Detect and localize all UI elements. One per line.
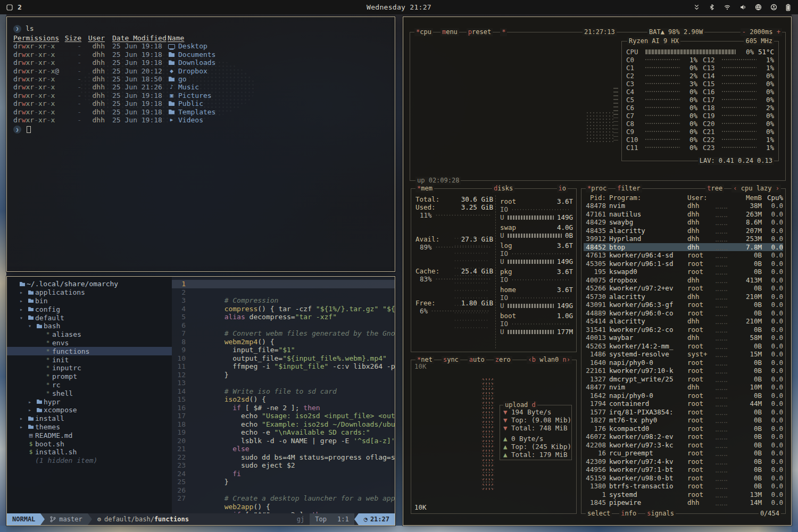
process-row[interactable]: 1640 napi/phy0-0 root 0B 0.0 xyxy=(584,359,783,367)
process-row[interactable]: 39912 Hyprland dhh 253M 0.0 xyxy=(584,235,783,243)
process-row[interactable]: 1845 pipewire dhh 14M 0.0 xyxy=(584,498,783,507)
code-line[interactable]: 1 # Compression xyxy=(172,280,395,288)
wifi-icon[interactable] xyxy=(724,4,731,11)
process-row[interactable]: 47161 nautilus dhh 263M 0.0 xyxy=(584,210,783,219)
process-row[interactable]: 42309 kworker/u97:4-kv root 0B 0.0 xyxy=(584,458,783,466)
tree-item[interactable]: prompt xyxy=(7,372,172,381)
process-row[interactable]: 176 kcompactd0 root 0B 0.0 xyxy=(584,425,783,433)
process-row[interactable]: 1794 containerd root 44M 0.0 xyxy=(584,400,783,408)
tree-item[interactable]: ▾ default xyxy=(7,313,172,322)
sort-selector[interactable]: ‹ cpu lazy › xyxy=(732,185,781,193)
code-line[interactable]: 15 echo "Usage: iso2sd <input_file> <out… xyxy=(172,395,395,404)
process-row[interactable]: 22161 kworker/u97:10-k root 0B 0.0 xyxy=(584,367,783,375)
auto-button[interactable]: auto xyxy=(468,356,486,364)
tree-item[interactable]: ▸ install xyxy=(7,414,172,423)
process-row[interactable]: 40075 dropbox dhh 413M 0.0 xyxy=(584,276,783,285)
tree-item[interactable]: ▸ hypr xyxy=(7,397,172,406)
interface-switcher[interactable]: ‹b wlan0 n› xyxy=(527,356,572,364)
tree-item[interactable]: envs xyxy=(7,339,172,347)
preset-button[interactable]: preset xyxy=(467,28,493,36)
process-row[interactable]: 195 kswapd0 root 0B 0.0 xyxy=(584,268,783,276)
tree-item[interactable]: ▸ config xyxy=(7,305,172,313)
code-line[interactable]: 12 # Write iso file to sd card xyxy=(172,371,395,379)
code-line[interactable]: 17 echo -e "\nAvailable SD cards:" xyxy=(172,412,395,420)
io-toggle[interactable]: io xyxy=(557,185,568,193)
code-line[interactable]: 21 sudo eject $2 xyxy=(172,445,395,453)
tree-item[interactable]: ~/.local/share/omarchy xyxy=(7,280,172,288)
code-line[interactable]: 16 echo "Example: iso2sd ~/Downloads/ubu… xyxy=(172,404,395,412)
process-row[interactable]: 48435 alacritty dhh 207M 0.0 xyxy=(584,227,783,235)
volume-icon[interactable] xyxy=(739,4,746,11)
network-icon[interactable] xyxy=(755,4,762,11)
code-line[interactable]: 2 compress() { tar -czf "${1%/}.tar.gz" … xyxy=(172,288,395,297)
bluetooth-icon[interactable] xyxy=(709,4,715,11)
tree-item[interactable]: ▸ themes xyxy=(7,423,172,431)
tree-item[interactable]: boot.sh xyxy=(7,439,172,448)
process-row[interactable]: 47613 kworker/u96:4-sd root 0B 0.0 xyxy=(584,251,783,260)
process-row[interactable]: 42208 kworker/u97:3-kc root 0B 0.0 xyxy=(584,441,783,450)
disks-panel-title[interactable]: disks xyxy=(492,185,514,193)
tree-item[interactable]: ▸ xcompose xyxy=(7,406,172,414)
process-row[interactable]: 46072 kworker/u98:2-ev root 0B 0.0 xyxy=(584,433,783,441)
process-row[interactable]: 16 rcu_preempt root 0B 0.0 xyxy=(584,449,783,458)
account-icon[interactable] xyxy=(770,4,777,11)
tree-item[interactable]: functions xyxy=(7,347,172,355)
code-line[interactable]: 24 xyxy=(172,470,395,478)
launcher-icon[interactable] xyxy=(6,4,13,11)
process-row[interactable]: 44889 kworker/u96:0-co root 0B 0.0 xyxy=(584,309,783,318)
tree-item[interactable]: inputrc xyxy=(7,364,172,372)
process-row[interactable]: 45730 alacritty dhh 210M 0.0 xyxy=(584,293,783,301)
filter-button[interactable]: filter xyxy=(616,185,642,193)
process-row[interactable]: 45414 alacritty dhh 210M 0.0 xyxy=(584,317,783,326)
prompt-line[interactable]: ❯ xyxy=(13,125,388,134)
update-interval[interactable]: - 2000ms + xyxy=(741,28,782,36)
process-row[interactable]: 40013 waybar dhh 58M 0.0 xyxy=(584,334,783,342)
process-row[interactable]: 45263 kworker/14:2-mm_ root 0B 0.0 xyxy=(584,342,783,351)
tree-item[interactable]: ▸ bin xyxy=(7,297,172,305)
tree-item[interactable]: shell xyxy=(7,389,172,397)
updates-icon[interactable] xyxy=(693,4,700,11)
tree-item[interactable]: ▸ applications xyxy=(7,288,172,297)
info-button[interactable]: info xyxy=(619,510,638,518)
code-line[interactable]: 8 output_file="${input_file%.webm}.mp4" xyxy=(172,338,395,346)
sync-button[interactable]: sync xyxy=(442,356,460,364)
code-line[interactable]: 13 iso2sd() { xyxy=(172,379,395,387)
code-line[interactable]: 20 sudo dd bs=4M status=progress oflag=s… xyxy=(172,437,395,445)
tree-item[interactable]: README.md xyxy=(7,431,172,439)
code-line[interactable]: 14 if [ $# -ne 2 ]; then xyxy=(172,387,395,396)
process-row[interactable]: 1827 mt76-tx phy0 root 0B 0.0 xyxy=(584,416,783,425)
battery-icon[interactable] xyxy=(786,4,791,11)
zero-button[interactable]: zero xyxy=(494,356,512,364)
code-line[interactable]: 9 ffmpeg -i "$input_file" -c:v libx264 -… xyxy=(172,346,395,354)
process-row[interactable]: 44956 kworker/u97:1-bt root 0B 0.0 xyxy=(584,466,783,474)
select-button[interactable]: select xyxy=(586,510,612,518)
code-line[interactable]: 25 # Create a desktop launcher for a web… xyxy=(172,478,395,486)
code-line[interactable]: 5 # Convert webm files generated by the … xyxy=(172,313,395,321)
process-row[interactable]: 1642 napi/phy0-0 root 0B 0.0 xyxy=(584,392,783,400)
process-row[interactable]: 45305 kworker/u96:1-sd root 0B 0.0 xyxy=(584,260,783,268)
process-row[interactable]: 45159 kworker/u98:0-bt root 0B 0.0 xyxy=(584,474,783,483)
process-row[interactable]: 1577 irq/81-PIXA3854: root 0B 0.0 xyxy=(584,408,783,417)
tree-item[interactable]: init xyxy=(7,355,172,364)
signals-button[interactable]: signals xyxy=(645,510,676,518)
tree-item[interactable]: (1 hidden item) xyxy=(7,456,172,465)
tree-button[interactable]: tree xyxy=(705,185,724,193)
process-row[interactable]: 1486 systemd-resolve syst+ 15M 0.0 xyxy=(584,350,783,359)
process-row[interactable]: 48429 swaybg dhh 8.6M 0.0 xyxy=(584,218,783,227)
tree-item[interactable]: rc xyxy=(7,381,172,389)
code-line[interactable]: 26 web2app() { xyxy=(172,486,395,495)
process-row[interactable]: 45266 kworker/u97:2+ev root 0B 0.0 xyxy=(584,284,783,293)
code-line[interactable]: 3 alias decompress="tar -xzf" xyxy=(172,296,395,305)
process-row[interactable]: 48477 nvim dhh 10M 0.0 xyxy=(584,383,783,392)
process-row[interactable]: 43091 kworker/u96:3-gf root 0B 0.0 xyxy=(584,301,783,309)
code-line[interactable]: 6 webm2mp4() { xyxy=(172,321,395,330)
code-line[interactable]: 18 lsblk -d -o NAME | grep -E '^sd[a-z]'… xyxy=(172,420,395,429)
tree-item[interactable]: ▾ bash xyxy=(7,322,172,330)
process-row[interactable]: 48452 btop dhh 7.8M 0.0 xyxy=(584,243,783,252)
process-row[interactable]: 48478 nvim dhh 38M 0.0 xyxy=(584,202,783,210)
process-row[interactable]: 1 systemd root 13M 0.0 xyxy=(584,491,783,499)
menu-button[interactable]: menu xyxy=(440,28,459,36)
process-row[interactable]: 1327 dmcrypt_write/25 root 0B 0.0 xyxy=(584,375,783,384)
tree-item[interactable]: install.sh xyxy=(7,448,172,456)
workspace-indicator[interactable]: 2 xyxy=(18,3,22,11)
